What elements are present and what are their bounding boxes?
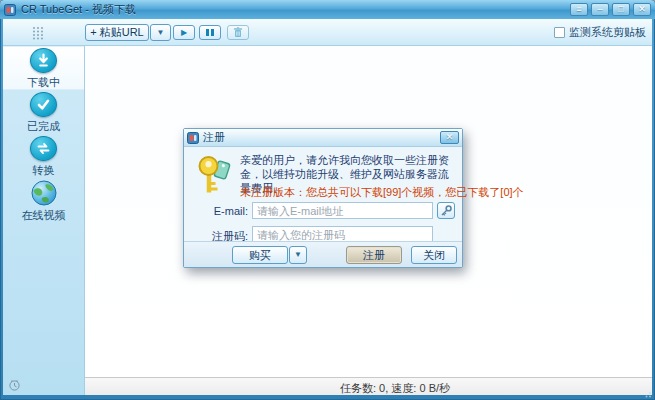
register-dialog-titlebar: 注册 ✕ <box>184 129 462 147</box>
dialog-close-button[interactable]: 关闭 <box>411 246 457 264</box>
sidebar-item-label: 在线视频 <box>22 208 66 223</box>
register-dialog-body: 亲爱的用户，请允许我向您收取一些注册资金，以维持功能升级、维护及网站服务器流量费… <box>184 147 462 242</box>
buy-button[interactable]: 购买 <box>232 246 288 264</box>
sidebar-item-label: 下载中 <box>27 75 60 90</box>
menu-button[interactable]: ≡ <box>570 3 588 16</box>
sidebar-item-convert[interactable]: 转换 <box>3 134 84 178</box>
window-controls: ≡ – □ ✕ <box>570 3 651 16</box>
statusbar: 任务数: 0, 速度: 0 B/秒 <box>85 377 652 395</box>
status-tasks-speed: 任务数: 0, 速度: 0 B/秒 <box>340 381 450 396</box>
app-window: CR TubeGet - 视频下载 ≡ – □ ✕ + 粘贴URL ▼ ▶ <box>0 0 655 400</box>
register-dialog-close-button[interactable]: ✕ <box>440 131 459 144</box>
sidebar-item-label: 转换 <box>33 163 55 178</box>
buy-dropdown[interactable]: ▼ <box>289 246 307 264</box>
start-download-button[interactable]: ▶ <box>173 25 195 40</box>
key-icon <box>196 155 232 197</box>
monitor-clipboard-checkbox[interactable] <box>554 27 565 38</box>
check-icon <box>30 92 57 117</box>
window-title: CR TubeGet - 视频下载 <box>21 2 136 17</box>
register-dialog: 注册 ✕ 亲爱的用户，请允许我向您收取一些注册资金，以维持功能升级、维护及网站服… <box>183 128 463 268</box>
close-button[interactable]: ✕ <box>633 3 651 16</box>
email-field[interactable] <box>252 202 433 219</box>
app-icon <box>4 4 16 16</box>
trash-icon <box>233 27 243 38</box>
register-dialog-footer: 购买 ▼ 注册 关闭 <box>184 241 462 267</box>
dialog-icon <box>187 132 199 144</box>
email-label: E-mail: <box>202 205 248 217</box>
pause-download-button[interactable] <box>199 25 221 40</box>
sidebar: 下载中 已完成 转换 <box>3 46 85 395</box>
delete-task-button[interactable] <box>227 25 249 40</box>
small-key-icon <box>440 205 452 217</box>
titlebar: CR TubeGet - 视频下载 ≡ – □ ✕ <box>0 0 655 19</box>
resize-grip[interactable] <box>642 391 652 399</box>
globe-icon <box>30 180 57 206</box>
maximize-button[interactable]: □ <box>612 3 630 16</box>
sidebar-item-completed[interactable]: 已完成 <box>3 90 84 134</box>
monitor-clipboard-label: 监测系统剪贴板 <box>569 25 646 40</box>
register-button[interactable]: 注册 <box>346 246 402 264</box>
paste-url-button[interactable]: + 粘贴URL <box>85 24 149 41</box>
retrieve-code-button[interactable] <box>437 202 455 219</box>
download-icon <box>30 48 57 73</box>
sidebar-item-downloading[interactable]: 下载中 <box>3 46 84 90</box>
sidebar-item-label: 已完成 <box>27 119 60 134</box>
minimize-button[interactable]: – <box>591 3 609 16</box>
toolbar: + 粘贴URL ▼ ▶ 监测系统剪贴板 <box>3 19 652 46</box>
convert-icon <box>30 136 57 161</box>
scheduler-clock-icon[interactable] <box>9 380 20 391</box>
sidebar-item-online-videos[interactable]: 在线视频 <box>3 178 84 222</box>
paste-url-dropdown[interactable]: ▼ <box>150 24 171 41</box>
register-dialog-title: 注册 <box>203 130 225 145</box>
monitor-clipboard-toggle[interactable]: 监测系统剪贴板 <box>554 25 646 40</box>
unregistered-notice: 未注册版本：您总共可以下载[99]个视频，您已下载了[0]个 <box>240 185 524 200</box>
drag-grip-icon[interactable] <box>32 26 44 40</box>
